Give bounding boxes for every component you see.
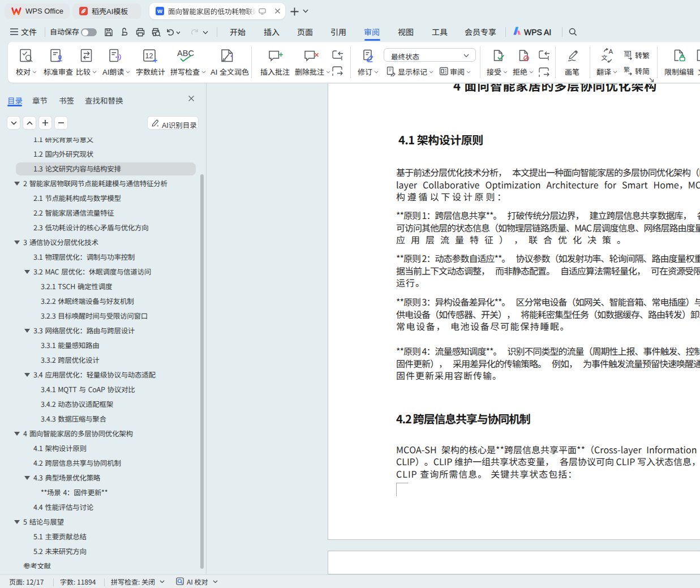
svg-text:W: W <box>157 8 162 14</box>
svg-text:文: 文 <box>602 53 608 62</box>
svg-text:ABC: ABC <box>177 49 194 58</box>
svg-text:12: 12 <box>145 52 153 60</box>
svg-text:A: A <box>609 48 613 55</box>
svg-text:繁: 繁 <box>624 65 630 74</box>
